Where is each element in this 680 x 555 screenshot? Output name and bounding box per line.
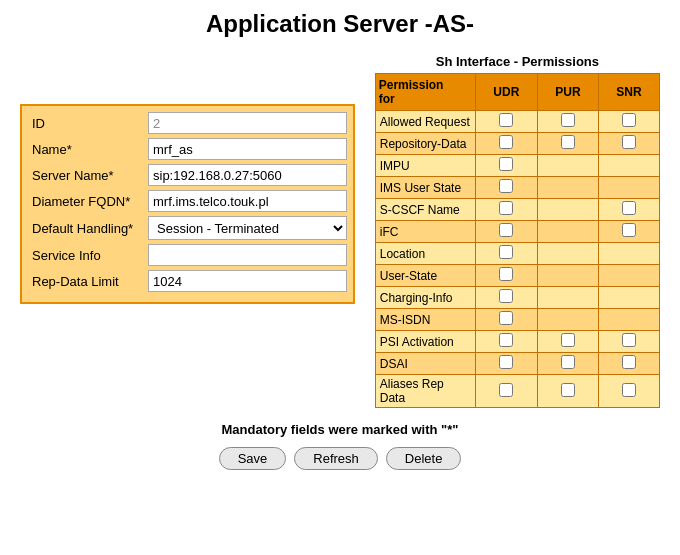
perm-cell-7-pur xyxy=(537,265,598,287)
perm-label-10: PSI Activation xyxy=(375,331,475,353)
perm-row-7: User-State xyxy=(375,265,659,287)
checkbox-11-udr[interactable] xyxy=(499,355,513,369)
permissions-table: Permissionfor UDR PUR SNR Allowed Reques… xyxy=(375,73,660,408)
form-row-2: Server Name* xyxy=(28,164,347,186)
checkbox-7-udr[interactable] xyxy=(499,267,513,281)
col-header-snr: SNR xyxy=(598,74,659,111)
perm-cell-6-snr xyxy=(598,243,659,265)
perm-cell-0-udr xyxy=(475,111,537,133)
page-title: Application Server -AS- xyxy=(10,10,670,38)
checkbox-1-udr[interactable] xyxy=(499,135,513,149)
perm-cell-12-pur xyxy=(537,375,598,408)
perm-cell-4-udr xyxy=(475,199,537,221)
mandatory-note: Mandatory fields were marked with "*" xyxy=(10,422,670,437)
checkbox-4-snr[interactable] xyxy=(622,201,636,215)
perm-label-3: IMS User State xyxy=(375,177,475,199)
col-header-pur: PUR xyxy=(537,74,598,111)
perm-cell-3-pur xyxy=(537,177,598,199)
form-label-1: Name* xyxy=(28,140,148,159)
checkbox-10-snr[interactable] xyxy=(622,333,636,347)
form-input-0[interactable] xyxy=(148,112,347,134)
perm-cell-8-snr xyxy=(598,287,659,309)
perm-label-9: MS-ISDN xyxy=(375,309,475,331)
checkbox-1-snr[interactable] xyxy=(622,135,636,149)
perm-label-11: DSAI xyxy=(375,353,475,375)
form-row-1: Name* xyxy=(28,138,347,160)
form-row-3: Diameter FQDN* xyxy=(28,190,347,212)
perm-cell-0-snr xyxy=(598,111,659,133)
col-header-udr: UDR xyxy=(475,74,537,111)
perm-cell-10-snr xyxy=(598,331,659,353)
perm-cell-9-udr xyxy=(475,309,537,331)
form-label-6: Rep-Data Limit xyxy=(28,272,148,291)
perm-label-1: Repository-Data xyxy=(375,133,475,155)
footer-buttons: Save Refresh Delete xyxy=(10,447,670,470)
perm-cell-8-pur xyxy=(537,287,598,309)
save-button[interactable]: Save xyxy=(219,447,287,470)
checkbox-0-snr[interactable] xyxy=(622,113,636,127)
perm-cell-9-snr xyxy=(598,309,659,331)
refresh-button[interactable]: Refresh xyxy=(294,447,378,470)
perm-row-2: IMPU xyxy=(375,155,659,177)
form-row-5: Service Info xyxy=(28,244,347,266)
form-input-1[interactable] xyxy=(148,138,347,160)
checkbox-1-pur[interactable] xyxy=(561,135,575,149)
checkbox-12-pur[interactable] xyxy=(561,383,575,397)
perm-label-12: Aliases Rep Data xyxy=(375,375,475,408)
perm-row-11: DSAI xyxy=(375,353,659,375)
form-input-5[interactable] xyxy=(148,244,347,266)
perm-cell-10-pur xyxy=(537,331,598,353)
perm-cell-12-snr xyxy=(598,375,659,408)
form-label-4: Default Handling* xyxy=(28,219,148,238)
checkbox-0-udr[interactable] xyxy=(499,113,513,127)
perm-cell-7-snr xyxy=(598,265,659,287)
perm-cell-1-udr xyxy=(475,133,537,155)
perm-cell-6-udr xyxy=(475,243,537,265)
perm-cell-3-udr xyxy=(475,177,537,199)
checkbox-11-snr[interactable] xyxy=(622,355,636,369)
checkbox-10-udr[interactable] xyxy=(499,333,513,347)
perm-label-5: iFC xyxy=(375,221,475,243)
perm-cell-11-snr xyxy=(598,353,659,375)
checkbox-5-snr[interactable] xyxy=(622,223,636,237)
checkbox-12-udr[interactable] xyxy=(499,383,513,397)
perm-cell-4-snr xyxy=(598,199,659,221)
delete-button[interactable]: Delete xyxy=(386,447,462,470)
perm-row-6: Location xyxy=(375,243,659,265)
perm-cell-11-udr xyxy=(475,353,537,375)
perm-row-3: IMS User State xyxy=(375,177,659,199)
checkbox-6-udr[interactable] xyxy=(499,245,513,259)
checkbox-3-udr[interactable] xyxy=(499,179,513,193)
checkbox-5-udr[interactable] xyxy=(499,223,513,237)
perm-cell-9-pur xyxy=(537,309,598,331)
left-form: IDName*Server Name*Diameter FQDN*Default… xyxy=(20,104,355,304)
form-input-6[interactable] xyxy=(148,270,347,292)
checkbox-12-snr[interactable] xyxy=(622,383,636,397)
perm-label-4: S-CSCF Name xyxy=(375,199,475,221)
perm-cell-7-udr xyxy=(475,265,537,287)
form-label-2: Server Name* xyxy=(28,166,148,185)
perm-row-8: Charging-Info xyxy=(375,287,659,309)
form-row-4: Default Handling*Session - TerminatedCon… xyxy=(28,216,347,240)
perm-cell-2-udr xyxy=(475,155,537,177)
form-input-3[interactable] xyxy=(148,190,347,212)
perm-cell-8-udr xyxy=(475,287,537,309)
col-header-permission: Permissionfor xyxy=(375,74,475,111)
checkbox-2-udr[interactable] xyxy=(499,157,513,171)
form-input-4[interactable]: Session - TerminatedContinue xyxy=(148,216,347,240)
perm-row-4: S-CSCF Name xyxy=(375,199,659,221)
checkbox-9-udr[interactable] xyxy=(499,311,513,325)
perm-row-10: PSI Activation xyxy=(375,331,659,353)
form-row-0: ID xyxy=(28,112,347,134)
sh-table-title: Sh Interface - Permissions xyxy=(375,54,660,69)
checkbox-8-udr[interactable] xyxy=(499,289,513,303)
perm-cell-2-snr xyxy=(598,155,659,177)
checkbox-10-pur[interactable] xyxy=(561,333,575,347)
checkbox-4-udr[interactable] xyxy=(499,201,513,215)
form-input-2[interactable] xyxy=(148,164,347,186)
checkbox-0-pur[interactable] xyxy=(561,113,575,127)
checkbox-11-pur[interactable] xyxy=(561,355,575,369)
perm-row-0: Allowed Request xyxy=(375,111,659,133)
perm-cell-10-udr xyxy=(475,331,537,353)
perm-label-2: IMPU xyxy=(375,155,475,177)
